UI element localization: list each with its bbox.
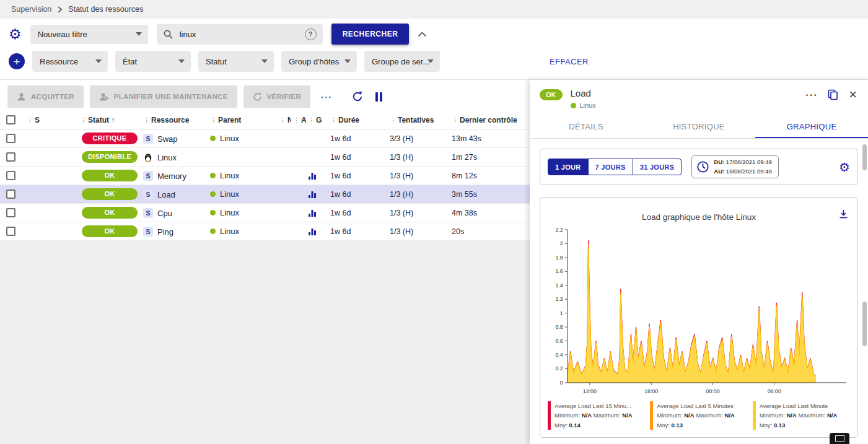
parent-cell: Linux <box>208 129 278 148</box>
severity-cell <box>25 185 78 204</box>
search-button[interactable]: RECHERCHER <box>331 24 410 45</box>
svg-text:1.4: 1.4 <box>555 282 563 289</box>
panel-more-icon[interactable]: ⋯ <box>805 89 817 101</box>
breadcrumb: Supervision Statut des ressources <box>0 0 868 19</box>
status-badge: OK <box>82 207 138 219</box>
column-header-graph[interactable]: ⋮G <box>306 113 328 129</box>
column-header-status[interactable]: ⋮Statut ↑ <box>78 113 141 129</box>
resource-row-cpu[interactable]: OKSCpuLinux1w 6d1/3 (H)4m 38s <box>0 204 530 222</box>
resource-name: Linux <box>157 152 177 162</box>
maintenance-icon <box>99 92 109 102</box>
breadcrumb-supervision[interactable]: Supervision <box>11 5 51 14</box>
row-checkbox[interactable] <box>6 134 15 143</box>
period-button-1day[interactable]: 1 JOUR <box>548 159 589 175</box>
svg-text:06:00: 06:00 <box>768 388 781 394</box>
legend-item[interactable]: Average Load Last MinuteMinimum: N/A Max… <box>753 401 850 430</box>
graph-cell <box>306 185 328 204</box>
select-all-checkbox[interactable] <box>6 115 15 124</box>
resource-name: Memory <box>157 171 186 180</box>
saved-filter-select[interactable]: Nouveau filtre <box>30 25 148 44</box>
filters-settings-gear-icon[interactable]: ⚙ <box>9 27 22 41</box>
panel-scrollbar-thumb[interactable] <box>862 302 867 346</box>
tab-graph[interactable]: GRAPHIQUE <box>755 115 868 138</box>
export-graph-icon[interactable] <box>838 209 849 222</box>
ack-cell <box>291 185 306 204</box>
svg-text:0.2: 0.2 <box>555 366 563 372</box>
status-badge: CRITIQUE <box>82 133 138 144</box>
collapse-filters-icon[interactable] <box>418 32 427 37</box>
time-range-card: 1 JOUR7 JOURS31 JOURS DU: 17/08/2021 09:… <box>540 149 858 185</box>
screen-share-icon[interactable] <box>830 433 849 444</box>
period-button-7days[interactable]: 7 JOURS <box>588 159 633 175</box>
column-header-parent[interactable]: ⋮Parent <box>208 113 278 129</box>
tries-cell: 1/3 (H) <box>388 222 450 241</box>
acknowledge-button[interactable]: ACQUITTER <box>7 85 84 108</box>
criteria-row: + RessourceÉtatStatutGroup d'hôtesGroupe… <box>9 51 859 72</box>
column-header-tries[interactable]: ⋮Tentatives <box>388 113 450 129</box>
graph-icon[interactable] <box>308 191 317 199</box>
legend-text: Average Load Last 5 MinutesMinimum: N/A … <box>657 401 735 430</box>
tab-details[interactable]: DÉTAILS <box>530 115 642 138</box>
graph-icon[interactable] <box>308 209 317 217</box>
resource-cell: SLoad <box>141 185 208 204</box>
up-status-dot <box>210 136 216 141</box>
criteria-select-host-group[interactable]: Group d'hôtes <box>281 51 357 72</box>
resource-row-ping[interactable]: OKSPingLinux1w 6d1/3 (H)20s <box>0 222 530 241</box>
resource-row-swap[interactable]: CRITIQUESSwapLinux1w 6d3/3 (H)13m 43s <box>0 129 530 148</box>
last-check-cell: 20s <box>450 222 530 241</box>
row-checkbox[interactable] <box>6 189 15 199</box>
resource-row-load[interactable]: OKSLoadLinux1w 6d1/3 (H)3m 55s <box>0 185 530 204</box>
criteria-select-resource[interactable]: Ressource <box>32 51 108 72</box>
criteria-select-status[interactable]: Statut <box>198 51 274 72</box>
add-criteria-icon[interactable]: + <box>9 53 25 69</box>
duration-cell: 1w 6d <box>328 167 388 185</box>
notes-cell <box>278 222 291 241</box>
custom-period-button[interactable]: DU: 17/08/2021 09:49 AU: 18/08/2021 09:4… <box>691 155 779 178</box>
sort-ascending-icon: ↑ <box>111 116 115 124</box>
column-header-last-check[interactable]: ⋮Dernier contrôle <box>450 113 530 129</box>
column-header-severity[interactable]: ⋮S <box>25 113 78 129</box>
legend-item[interactable]: Average Load Last 5 MinutesMinimum: N/A … <box>650 401 747 430</box>
resource-name: Swap <box>157 134 178 143</box>
period-button-31days[interactable]: 31 JOURS <box>633 159 682 175</box>
tries-cell: 1/3 (H) <box>388 185 450 204</box>
service-icon: S <box>143 171 153 181</box>
column-header-duration[interactable]: ⋮Durée <box>328 113 388 129</box>
panel-scrollbar-thumb[interactable] <box>862 144 867 170</box>
resource-name: Cpu <box>157 208 172 217</box>
up-status-dot <box>210 229 216 234</box>
graph-icon[interactable] <box>308 228 317 236</box>
copy-link-icon[interactable] <box>828 89 838 100</box>
criteria-select-service-group[interactable]: Groupe de ser... <box>364 51 440 72</box>
legend-item[interactable]: Average Load Last 15 Minu...Minimum: N/A… <box>548 401 645 430</box>
row-checkbox[interactable] <box>6 227 15 236</box>
status-cell: CRITIQUE <box>78 129 141 148</box>
clear-filters-button[interactable]: EFFACER <box>550 57 589 66</box>
column-header-acknowledged[interactable]: ⋮A <box>291 113 306 129</box>
close-panel-icon[interactable]: × <box>849 88 857 102</box>
column-header-notes[interactable]: ⋮N <box>278 113 291 129</box>
set-downtime-button[interactable]: PLANIFIER UNE MAINTENANCE <box>90 85 237 108</box>
legend-color-swatch <box>650 401 653 430</box>
resource-row-memory[interactable]: OKSMemoryLinux1w 6d1/3 (H)8m 12s <box>0 167 530 185</box>
graph-settings-gear-icon[interactable]: ⚙ <box>839 161 850 173</box>
more-actions-icon[interactable]: ⋯ <box>317 91 336 103</box>
row-checkbox[interactable] <box>6 208 15 217</box>
search-icon <box>163 29 173 40</box>
filters-area: ⚙ Nouveau filtre ? RECHERCHER + Ressourc… <box>0 19 868 79</box>
pause-refresh-icon[interactable] <box>375 92 382 102</box>
resource-name: Load <box>157 189 175 199</box>
graph-icon[interactable] <box>308 172 317 180</box>
help-icon[interactable]: ? <box>305 28 317 40</box>
ack-cell <box>291 129 306 148</box>
criteria-select-state[interactable]: État <box>115 51 191 72</box>
search-input[interactable] <box>178 29 300 40</box>
row-checkbox[interactable] <box>6 171 15 180</box>
tab-history[interactable]: HISTORIQUE <box>642 115 755 138</box>
select-all-header[interactable] <box>0 113 25 129</box>
check-button[interactable]: VÉRIFIER <box>243 85 310 108</box>
column-header-resource[interactable]: ⋮Ressource <box>141 113 208 129</box>
row-checkbox[interactable] <box>6 152 15 162</box>
resource-row-linux[interactable]: DISPONIBLELinux1w 6d1/3 (H)1m 27s <box>0 148 530 167</box>
refresh-icon[interactable] <box>352 91 363 102</box>
